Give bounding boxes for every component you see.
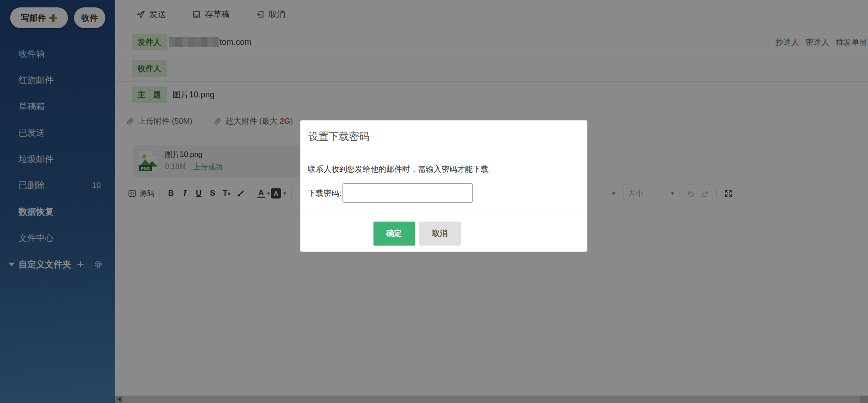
dialog-footer: 确定 取消 bbox=[300, 212, 587, 254]
password-input-row: 下载密码: bbox=[308, 183, 580, 203]
download-password-dialog: 设置下载密码 联系人收到您发给他的邮件时，需输入密码才能下载 下载密码: 确定 … bbox=[300, 120, 587, 252]
password-input[interactable] bbox=[342, 183, 473, 203]
dialog-description: 联系人收到您发给他的邮件时，需输入密码才能下载 bbox=[308, 164, 580, 174]
confirm-button[interactable]: 确定 bbox=[373, 222, 415, 246]
dialog-header: 设置下载密码 bbox=[300, 120, 587, 153]
dialog-body: 联系人收到您发给他的邮件时，需输入密码才能下载 下载密码: bbox=[300, 153, 587, 203]
password-label: 下载密码: bbox=[308, 188, 342, 198]
dialog-cancel-button[interactable]: 取消 bbox=[419, 222, 461, 246]
dialog-title: 设置下载密码 bbox=[308, 130, 369, 144]
